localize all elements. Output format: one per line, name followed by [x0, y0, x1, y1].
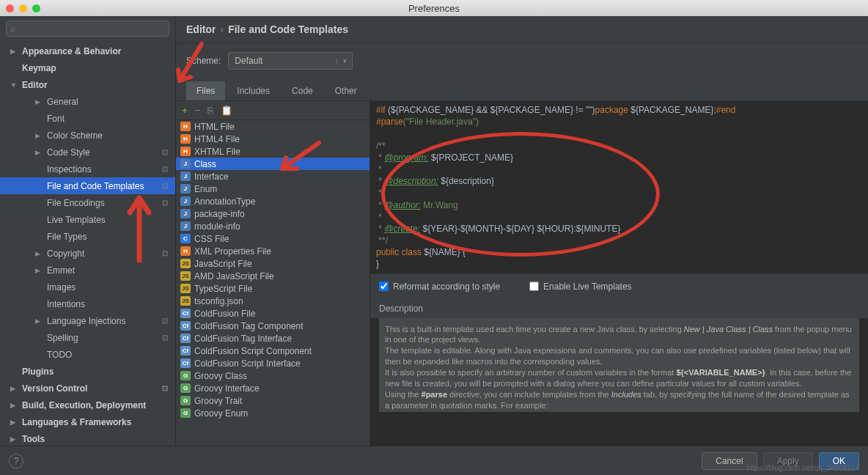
settings-sidebar: ⌕ ▶Appearance & BehaviorKeymap▼Editor▶Ge…: [0, 16, 176, 446]
minimize-window-icon[interactable]: [19, 4, 27, 12]
template-item-coldfusion-tag-interface[interactable]: CfColdFusion Tag Interface: [176, 332, 369, 345]
sidebar-item-build-execution-deployment[interactable]: ▶Build, Execution, Deployment: [0, 397, 175, 413]
template-item-annotationtype[interactable]: JAnnotationType: [176, 195, 369, 207]
help-button[interactable]: ?: [9, 454, 23, 468]
template-item-class[interactable]: JClass: [176, 158, 369, 170]
tab-files[interactable]: Files: [186, 81, 225, 100]
file-type-icon: J: [180, 159, 191, 169]
template-item-html-file[interactable]: HHTML File: [176, 120, 369, 133]
file-type-icon: JS: [180, 284, 191, 293]
dialog-footer: ? Cancel Apply OK: [0, 446, 868, 475]
template-item-xml-properties-file[interactable]: HXML Properties File: [176, 245, 369, 257]
file-type-icon: Cf: [180, 309, 191, 318]
template-list[interactable]: HHTML FileHHTML4 FileHXHTML FileJClassJI…: [176, 120, 369, 446]
file-type-icon: J: [180, 196, 191, 206]
scheme-select[interactable]: Default: [228, 52, 353, 70]
file-type-icon: JS: [180, 296, 191, 306]
file-type-icon: H: [180, 122, 191, 131]
sidebar-item-images[interactable]: Images: [0, 279, 175, 295]
sidebar-item-language-injections[interactable]: ▶Language Injections⊡: [0, 312, 175, 329]
file-type-icon: Cf: [180, 358, 191, 368]
live-templates-checkbox[interactable]: Enable Live Templates: [529, 281, 632, 292]
search-input[interactable]: [6, 21, 169, 37]
template-item-module-info[interactable]: Jmodule-info: [176, 220, 369, 232]
sidebar-item-file-types[interactable]: File Types: [0, 228, 175, 245]
sidebar-item-appearance-behavior[interactable]: ▶Appearance & Behavior: [0, 43, 175, 59]
sidebar-item-plugins[interactable]: Plugins: [0, 363, 175, 380]
titlebar: Preferences: [0, 0, 868, 16]
template-item-coldfusion-script-interface[interactable]: CfColdFusion Script Interface: [176, 357, 369, 369]
template-item-interface[interactable]: JInterface: [176, 170, 369, 183]
sidebar-item-general[interactable]: ▶General: [0, 93, 175, 110]
template-item-xhtml-file[interactable]: HXHTML File: [176, 145, 369, 158]
file-type-icon: C: [180, 234, 191, 243]
template-item-typescript-file[interactable]: JSTypeScript File: [176, 282, 369, 295]
sidebar-item-font[interactable]: Font: [0, 110, 175, 127]
file-type-icon: Cf: [180, 346, 191, 356]
sidebar-item-code-style[interactable]: ▶Code Style⊡: [0, 144, 175, 161]
remove-template-icon[interactable]: −: [195, 105, 201, 116]
sidebar-item-copyright[interactable]: ▶Copyright⊡: [0, 245, 175, 262]
sidebar-item-live-templates[interactable]: Live Templates: [0, 211, 175, 228]
file-type-icon: H: [180, 147, 191, 156]
template-list-panel: + − ⎘ 📋 HHTML FileHHTML4 FileHXHTML File…: [176, 101, 370, 446]
sidebar-item-emmet[interactable]: ▶Emmet: [0, 262, 175, 279]
search-icon: ⌕: [10, 23, 15, 34]
template-item-amd-javascript-file[interactable]: JSAMD JavaScript File: [176, 270, 369, 282]
tab-code[interactable]: Code: [282, 81, 323, 100]
file-type-icon: J: [180, 221, 191, 231]
file-type-icon: J: [180, 209, 191, 218]
template-item-groovy-interface[interactable]: GGroovy Interface: [176, 382, 369, 394]
file-type-icon: G: [180, 396, 191, 405]
template-item-package-info[interactable]: Jpackage-info: [176, 207, 369, 220]
sidebar-item-languages-frameworks[interactable]: ▶Languages & Frameworks: [0, 413, 175, 430]
template-item-groovy-class[interactable]: GGroovy Class: [176, 369, 369, 382]
template-item-html4-file[interactable]: HHTML4 File: [176, 133, 369, 145]
file-type-icon: J: [180, 172, 191, 181]
sidebar-item-keymap[interactable]: Keymap: [0, 59, 175, 76]
sidebar-item-intentions[interactable]: Intentions: [0, 295, 175, 312]
template-item-enum[interactable]: JEnum: [176, 183, 369, 195]
template-item-css-file[interactable]: CCSS File: [176, 232, 369, 245]
sidebar-item-color-scheme[interactable]: ▶Color Scheme: [0, 127, 175, 144]
sidebar-item-tools[interactable]: ▶Tools: [0, 430, 175, 446]
scheme-label: Scheme:: [186, 56, 221, 66]
file-type-icon: H: [180, 246, 191, 256]
tab-other[interactable]: Other: [325, 81, 367, 100]
description-label: Description: [370, 299, 868, 318]
settings-tree[interactable]: ▶Appearance & BehaviorKeymap▼Editor▶Gene…: [0, 41, 175, 446]
code-panel: #if (${PACKAGE_NAME} && ${PACKAGE_NAME} …: [370, 101, 868, 446]
sidebar-item-spelling[interactable]: Spelling⊡: [0, 329, 175, 346]
sidebar-item-file-and-code-templates[interactable]: File and Code Templates⊡: [0, 177, 175, 194]
file-type-icon: G: [180, 408, 191, 418]
file-type-icon: JS: [180, 259, 191, 268]
file-type-icon: Cf: [180, 321, 191, 331]
add-template-icon[interactable]: +: [182, 105, 188, 116]
sidebar-item-editor[interactable]: ▼Editor: [0, 76, 175, 93]
file-type-icon: G: [180, 371, 191, 380]
sidebar-item-inspections[interactable]: Inspections⊡: [0, 161, 175, 177]
template-item-groovy-enum[interactable]: GGroovy Enum: [176, 407, 369, 419]
watermark: https://blog.csdn.net/qq_24508114: [747, 464, 859, 472]
copy-template-icon[interactable]: ⎘: [207, 105, 213, 116]
template-item-coldfusion-tag-component[interactable]: CfColdFusion Tag Component: [176, 320, 369, 332]
refresh-template-icon[interactable]: 📋: [221, 105, 232, 116]
maximize-window-icon[interactable]: [32, 4, 40, 12]
file-type-icon: JS: [180, 271, 191, 281]
template-item-groovy-trait[interactable]: GGroovy Trait: [176, 394, 369, 407]
reformat-checkbox[interactable]: Reformat according to style: [379, 281, 500, 292]
template-item-coldfusion-script-component[interactable]: CfColdFusion Script Component: [176, 345, 369, 357]
template-tabs: FilesIncludesCodeOther: [176, 81, 868, 101]
sidebar-item-file-encodings[interactable]: File Encodings⊡: [0, 194, 175, 211]
tab-includes[interactable]: Includes: [227, 81, 280, 100]
template-item-tsconfig-json[interactable]: JStsconfig.json: [176, 295, 369, 307]
breadcrumb: Editor›File and Code Templates: [176, 16, 868, 43]
sidebar-item-todo[interactable]: TODO: [0, 346, 175, 363]
template-item-coldfusion-file[interactable]: CfColdFusion File: [176, 307, 369, 320]
template-options: Reformat according to style Enable Live …: [370, 273, 868, 299]
file-type-icon: Cf: [180, 334, 191, 343]
template-item-javascript-file[interactable]: JSJavaScript File: [176, 257, 369, 270]
close-window-icon[interactable]: [6, 4, 14, 12]
sidebar-item-version-control[interactable]: ▶Version Control⊡: [0, 380, 175, 397]
template-code-editor[interactable]: #if (${PACKAGE_NAME} && ${PACKAGE_NAME} …: [370, 101, 868, 273]
